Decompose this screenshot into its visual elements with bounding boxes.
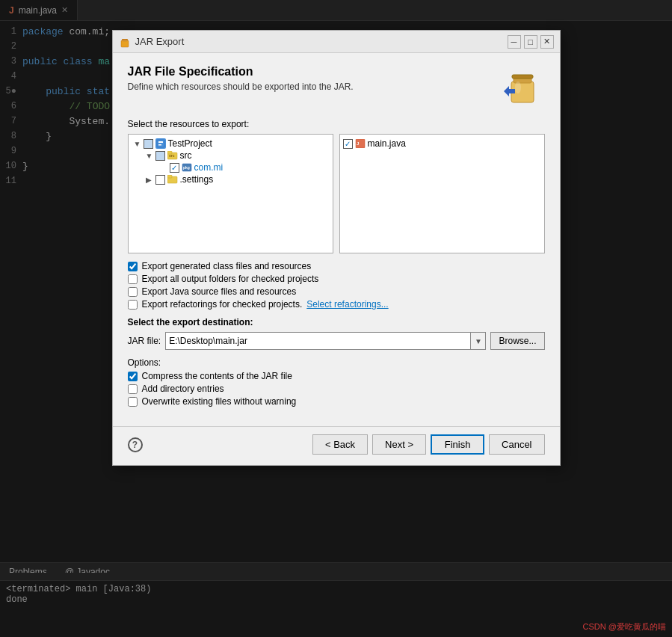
checkbox-directory[interactable] [128,384,138,394]
option-row-2: Export all output folders for checked pr… [128,274,545,284]
checkbox-compress[interactable] [128,372,138,381]
jar-illustration [500,65,545,110]
option-overwrite-row: Overwrite existing files without warning [128,396,545,407]
browse-button[interactable]: Browse... [490,332,544,350]
svg-text:pkg: pkg [183,165,190,170]
expand-icon-testproject[interactable]: ▼ [134,140,141,148]
jar-options: Options: Compress the contents of the JA… [128,357,545,407]
label-directory: Add directory entries [142,384,224,394]
settings-folder-icon [167,175,178,184]
check-testproject[interactable] [144,139,153,149]
jar-export-dialog: JAR Export ─ □ ✕ JAR File Specification … [112,30,561,466]
label-refactorings: Export refactorings for checked projects… [142,299,303,310]
tree-label-testproject: TestProject [168,138,212,149]
jar-file-label: JAR file: [128,336,161,346]
jar-file-row: JAR file: ▼ Browse... [128,332,545,350]
tree-item-commi[interactable]: pkg com.mi [132,161,330,173]
check-settings[interactable] [155,175,165,185]
minimize-button[interactable]: ─ [508,35,521,49]
footer-buttons: < Back Next > Finish Cancel [312,434,545,455]
tree-panel[interactable]: ▼ TestProject ▼ [128,134,333,253]
destination-section: Select the export destination: JAR file:… [128,317,545,350]
maximize-button[interactable]: □ [524,35,537,49]
svg-point-6 [515,81,521,93]
checkbox-source-files[interactable] [128,287,138,297]
tree-item-src[interactable]: ▼ src src [132,150,330,161]
option-row-1: Export generated class files and resourc… [128,261,545,271]
dialog-title-text: JAR Export [135,36,185,47]
option-row-4: Export refactorings for checked projects… [128,299,545,310]
svg-rect-9 [158,141,163,143]
check-commi[interactable] [170,163,179,173]
checkbox-class-files[interactable] [128,262,138,271]
src-icon: src [167,151,178,160]
label-overwrite: Overwrite existing files without warning [142,396,297,407]
finish-button[interactable]: Finish [431,434,484,455]
watermark: CSDN @爱吃黄瓜的喵 [583,621,666,633]
dialog-header: JAR File Specification Define which reso… [128,65,545,110]
java-file-icon: J [355,139,366,148]
svg-point-2 [122,39,128,41]
dialog-footer: ? < Back Next > Finish Cancel [113,426,560,465]
tree-label-settings: .settings [180,174,214,185]
checkbox-refactorings[interactable] [128,300,138,310]
svg-rect-10 [158,144,161,146]
dialog-body: JAR File Specification Define which reso… [113,53,560,426]
modal-overlay: JAR Export ─ □ ✕ JAR File Specification … [0,0,672,637]
dialog-description: Define which resources should be exporte… [128,81,354,92]
svg-text:J: J [357,141,359,146]
svg-rect-8 [157,140,164,147]
jar-file-dropdown[interactable]: ▼ [470,333,485,349]
tree-label-commi: com.mi [194,162,224,173]
label-class-files: Export generated class files and resourc… [142,261,312,271]
checkbox-output-folders[interactable] [128,274,138,284]
options-label: Options: [128,357,545,368]
tree-item-settings[interactable]: ▶ .settings [132,173,330,185]
option-directory-row: Add directory entries [128,384,545,394]
jar-svg [500,65,545,110]
svg-rect-17 [167,175,172,178]
package-icon: pkg [182,163,192,172]
file-panel[interactable]: J main.java [339,134,545,253]
project-icon-testproject [155,138,166,149]
option-compress-row: Compress the contents of the JAR file [128,371,545,381]
export-options: Export generated class files and resourc… [128,261,545,310]
close-button[interactable]: ✕ [540,35,554,49]
checkbox-overwrite[interactable] [128,397,138,407]
label-compress: Compress the contents of the JAR file [142,371,292,381]
dialog-window-controls: ─ □ ✕ [508,35,554,49]
label-source-files: Export Java source files and resources [142,286,297,297]
jar-file-input-wrap[interactable]: ▼ [165,332,486,350]
tree-item-testproject[interactable]: ▼ TestProject [132,138,330,150]
file-label-mainjava: main.java [368,138,406,149]
destination-label: Select the export destination: [128,317,545,327]
expand-icon-src[interactable]: ▼ [146,152,153,160]
svg-text:src: src [169,153,175,158]
label-output-folders: Export all output folders for checked pr… [142,274,319,284]
option-row-3: Export Java source files and resources [128,286,545,297]
jar-title-icon [119,36,131,48]
tree-label-src: src [180,150,192,161]
jar-file-input[interactable] [166,333,470,349]
resource-panels: ▼ TestProject ▼ [128,134,545,253]
dialog-titlebar: JAR Export ─ □ ✕ [113,31,560,53]
file-item-mainjava[interactable]: J main.java [343,138,541,150]
next-button[interactable]: Next > [372,434,426,455]
back-button[interactable]: < Back [312,434,368,455]
cancel-button[interactable]: Cancel [489,434,544,455]
dialog-heading: JAR File Specification [128,65,354,79]
check-src[interactable] [155,151,165,161]
check-mainjava[interactable] [343,139,353,149]
resources-label: Select the resources to export: [128,119,545,129]
footer-left: ? [128,437,143,452]
dialog-header-text: JAR File Specification Define which reso… [128,65,354,92]
svg-rect-5 [512,75,533,79]
help-button[interactable]: ? [128,437,143,452]
expand-icon-settings[interactable]: ▶ [146,176,153,184]
select-refactorings-link[interactable]: Select refactorings... [306,299,388,310]
dialog-title-left: JAR Export [119,36,185,48]
